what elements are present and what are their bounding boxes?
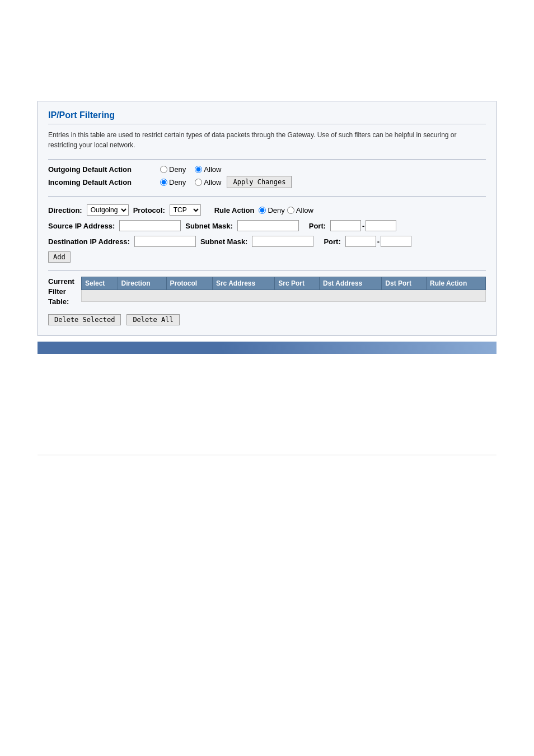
source-subnet-label: Subnet Mask: xyxy=(185,222,233,230)
rule-action-group: Deny Allow xyxy=(259,206,313,214)
rule-deny-radio[interactable] xyxy=(259,207,266,214)
col-dst-address: Dst Address xyxy=(320,277,382,290)
protocol-select[interactable]: TCP UDP ICMP Any xyxy=(170,204,201,216)
main-content: IP/Port Filtering Entries in this table … xyxy=(38,101,496,455)
col-rule-action: Rule Action xyxy=(427,277,486,290)
current-filter-label: CurrentFilterTable: xyxy=(48,277,74,307)
direction-select[interactable]: Outgoing Incoming xyxy=(87,204,129,216)
ip-port-filtering-panel: IP/Port Filtering Entries in this table … xyxy=(38,101,496,336)
filter-table-head: Select Direction Protocol Src Address Sr… xyxy=(81,277,485,290)
dest-port-group: - xyxy=(345,236,411,247)
default-actions: Outgoing Default Action Deny Allow Inco xyxy=(48,165,486,188)
dest-ip-label: Destination IP Address: xyxy=(48,237,130,246)
source-port-end-input[interactable] xyxy=(366,220,396,231)
outgoing-label: Outgoing Default Action xyxy=(48,165,154,174)
source-ip-label: Source IP Address: xyxy=(48,222,115,230)
rule-allow-label: Allow xyxy=(296,206,313,214)
outgoing-allow-option[interactable]: Allow xyxy=(195,165,221,174)
panel-description: Entries in this table are used to restri… xyxy=(48,130,486,150)
form-row-add: Add xyxy=(48,251,486,263)
add-button[interactable]: Add xyxy=(48,251,71,263)
direction-label: Direction: xyxy=(48,206,82,214)
form-row-1: Direction: Outgoing Incoming Protocol: T… xyxy=(48,204,486,216)
dest-port-end-input[interactable] xyxy=(381,236,411,247)
panel-title: IP/Port Filtering xyxy=(48,110,486,124)
dest-port-separator: - xyxy=(377,237,380,246)
delete-all-button[interactable]: Delete All xyxy=(127,314,179,325)
outgoing-action-row: Outgoing Default Action Deny Allow xyxy=(48,165,486,174)
col-select: Select xyxy=(81,277,118,290)
page-wrapper: IP/Port Filtering Entries in this table … xyxy=(0,0,534,756)
incoming-radio-group: Deny Allow xyxy=(160,178,221,186)
source-port-group: - xyxy=(330,220,396,231)
bottom-bar xyxy=(38,342,496,354)
filter-table-section: CurrentFilterTable: Select Direction Pro… xyxy=(48,270,486,325)
rule-deny-label: Deny xyxy=(268,206,284,214)
outgoing-deny-label: Deny xyxy=(169,165,186,174)
footer-divider xyxy=(38,455,496,455)
rule-allow-option[interactable]: Allow xyxy=(287,206,313,214)
rule-allow-radio[interactable] xyxy=(287,207,294,214)
dest-subnet-input[interactable] xyxy=(252,236,313,247)
dest-port-start-input[interactable] xyxy=(345,236,376,247)
delete-selected-button[interactable]: Delete Selected xyxy=(48,314,121,325)
dest-subnet-label: Subnet Mask: xyxy=(200,237,248,246)
incoming-label: Incoming Default Action xyxy=(48,178,154,186)
outgoing-deny-radio[interactable] xyxy=(160,166,167,173)
divider-1 xyxy=(48,159,486,160)
source-port-separator: - xyxy=(362,222,364,230)
incoming-allow-radio[interactable] xyxy=(195,179,202,186)
source-port-label: Port: xyxy=(309,222,326,230)
filter-table-header-row: Select Direction Protocol Src Address Sr… xyxy=(81,277,485,290)
incoming-deny-radio[interactable] xyxy=(160,179,167,186)
col-direction: Direction xyxy=(118,277,166,290)
incoming-deny-label: Deny xyxy=(169,178,186,186)
col-src-port: Src Port xyxy=(275,277,320,290)
dest-port-label: Port: xyxy=(324,237,340,246)
col-dst-port: Dst Port xyxy=(382,277,427,290)
form-row-2: Source IP Address: Subnet Mask: Port: - xyxy=(48,220,486,231)
filter-table-body xyxy=(81,290,485,302)
delete-row: Delete Selected Delete All xyxy=(48,314,486,325)
form-row-3: Destination IP Address: Subnet Mask: Por… xyxy=(48,236,486,247)
source-ip-input[interactable] xyxy=(119,220,181,231)
incoming-action-row: Incoming Default Action Deny Allow Apply… xyxy=(48,176,486,188)
rule-deny-option[interactable]: Deny xyxy=(259,206,284,214)
outgoing-deny-option[interactable]: Deny xyxy=(160,165,186,174)
rule-action-label: Rule Action xyxy=(214,206,255,214)
source-port-start-input[interactable] xyxy=(330,220,361,231)
filter-form: Direction: Outgoing Incoming Protocol: T… xyxy=(48,196,486,263)
incoming-allow-label: Allow xyxy=(204,178,221,186)
incoming-deny-option[interactable]: Deny xyxy=(160,178,186,186)
dest-ip-input[interactable] xyxy=(134,236,196,247)
apply-changes-button[interactable]: Apply Changes xyxy=(227,176,292,188)
filter-table: Select Direction Protocol Src Address Sr… xyxy=(81,277,486,302)
source-subnet-input[interactable] xyxy=(237,220,299,231)
outgoing-allow-label: Allow xyxy=(204,165,221,174)
col-protocol: Protocol xyxy=(166,277,212,290)
protocol-label: Protocol: xyxy=(133,206,165,214)
empty-row xyxy=(81,290,485,302)
incoming-allow-option[interactable]: Allow xyxy=(195,178,221,186)
outgoing-radio-group: Deny Allow xyxy=(160,165,221,174)
table-container: Select Direction Protocol Src Address Sr… xyxy=(81,277,486,307)
outgoing-allow-radio[interactable] xyxy=(195,166,202,173)
col-src-address: Src Address xyxy=(212,277,274,290)
